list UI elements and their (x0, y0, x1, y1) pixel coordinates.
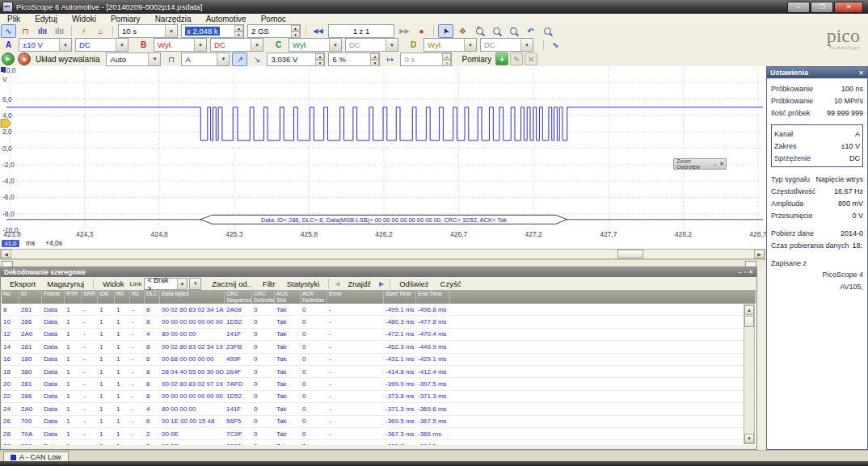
timebase-select[interactable]: 10 s▼ (118, 24, 178, 38)
channel-b-coupling-select[interactable]: DC▼ (210, 38, 263, 52)
column-header-ack-delimiter[interactable]: ACK Delimiter (301, 290, 327, 304)
zoom-in-icon[interactable]: + (472, 24, 487, 38)
table-row[interactable]: 26700Data1-11-600 1E 00 00 15 4856F50Tak… (2, 416, 756, 428)
spin-down-icon[interactable]: ▼ (370, 60, 379, 66)
falling-edge-icon[interactable]: ↘ (249, 52, 264, 66)
dropdown-icon[interactable]: ▼ (251, 39, 263, 51)
close-icon[interactable]: ✕ (748, 269, 753, 275)
sample-rate-spinner[interactable]: 2 GS ▲▼ (247, 24, 301, 38)
column-header-srr[interactable]: SRR (82, 290, 98, 304)
edit-measurement-icon[interactable]: ✎ (510, 52, 523, 65)
menu-item-plik[interactable]: Plik (0, 15, 27, 23)
start-from-button[interactable]: Zacznij od.. (206, 279, 257, 288)
dropdown-icon[interactable]: ▼ (177, 279, 188, 289)
next-buffer-icon[interactable]: ▶▶ (397, 24, 412, 38)
channel-a-button[interactable]: A (1, 38, 16, 52)
zoom-factor-badge[interactable]: x1,0 (2, 240, 19, 247)
zoom-overview-window[interactable]: Zoom Overview ▫ ✕ (673, 158, 727, 170)
column-header-no[interactable]: No (2, 290, 19, 304)
scroll-down-icon[interactable]: ▼ (744, 434, 754, 443)
scope-view-icon[interactable]: ∿ (1, 24, 16, 38)
minimize-icon[interactable]: – (739, 269, 742, 275)
maximize-button[interactable]: ❐ (811, 2, 833, 13)
spin-up-icon[interactable]: ▲ (234, 25, 243, 31)
spin-down-icon[interactable]: ▼ (315, 60, 324, 66)
spin-up-icon[interactable]: ▲ (291, 25, 300, 31)
zoom-out-icon[interactable]: − (506, 24, 521, 38)
spin-down-icon[interactable]: ▼ (291, 31, 300, 38)
trigger-level-spinner[interactable]: 3,036 V ▲▼ (267, 52, 325, 66)
dropdown-icon[interactable]: ▼ (520, 39, 533, 51)
channel-b-range-select[interactable]: Wył.▼ (154, 38, 207, 52)
table-row[interactable]: 16180Data1-11-600 68 00 00 00 00499F0Tak… (2, 354, 756, 366)
menu-item-pomoc[interactable]: Pomoc (254, 15, 293, 23)
channel-c-coupling-select[interactable]: DC▼ (345, 38, 398, 52)
spin-up-icon[interactable]: ▲ (315, 53, 324, 60)
spin-down-icon[interactable]: ▼ (234, 31, 243, 38)
find-prev-icon[interactable]: ◀ (332, 280, 342, 288)
table-row[interactable]: 242A0Data1-11-480 00 00 00141F0Tak0--371… (2, 403, 756, 415)
dropdown-icon[interactable]: ▼ (194, 39, 206, 51)
column-header-ide[interactable]: IDE (98, 290, 115, 304)
menu-item-edytuj[interactable]: Edytuj (27, 15, 65, 23)
find-button[interactable]: Znajdź (342, 279, 377, 288)
adv-trigger-icon[interactable]: ↦ (382, 52, 398, 66)
stop-button[interactable]: ■ (18, 52, 31, 65)
samples-spinner[interactable]: x 2,048 k ▲▼ (181, 24, 244, 38)
column-header-id[interactable]: ID (19, 290, 42, 304)
pointer-tool-icon[interactable]: ➤ (438, 24, 453, 38)
spin-down-icon[interactable]: ▼ (442, 60, 451, 66)
channel-a-coupling-select[interactable]: DC▼ (75, 38, 129, 52)
window-zoom-icon[interactable] (489, 24, 504, 38)
table-row[interactable]: 20281Data1-11-800 02 80 83 02 97 19 007A… (2, 378, 756, 390)
column-header-r0[interactable]: R0 (115, 290, 130, 304)
channel-d-button[interactable]: D (406, 38, 421, 52)
minimize-button[interactable]: – (787, 2, 810, 13)
add-link-button[interactable]: + (189, 278, 201, 290)
trigger-delay-spinner[interactable]: 0 s ▲▼ (400, 52, 452, 66)
buffer-position-field[interactable]: 1 z 1 (328, 24, 394, 38)
clear-button[interactable]: Czyść (435, 279, 467, 288)
table-row[interactable]: 14281Data1-11-800 02 80 83 02 34 19 0023… (2, 341, 756, 353)
rising-edge-icon[interactable]: ↗ (232, 52, 247, 66)
table-row[interactable]: 8281Data1-11-800 02 80 83 02 34 1A 002A0… (2, 304, 756, 316)
dropdown-icon[interactable]: ▼ (116, 39, 128, 51)
store-button[interactable]: Magazynuj (41, 279, 90, 288)
vertical-scrollbar[interactable]: ▲ ▼ (744, 304, 755, 444)
alarms-view-icon[interactable]: ılıı (52, 24, 67, 38)
dropdown-icon[interactable]: ▼ (464, 39, 476, 51)
menu-item-automotive[interactable]: Automotive (199, 15, 254, 23)
channel-b-button[interactable]: B (136, 38, 151, 52)
statistics-button[interactable]: Statystyki (281, 279, 326, 288)
add-measurement-icon[interactable]: + (495, 52, 508, 65)
zoom-full-icon[interactable] (540, 24, 555, 38)
channel-c-button[interactable]: C (271, 38, 286, 52)
channel-a-range-select[interactable]: ±10 V▼ (19, 38, 72, 52)
spectrum-view-icon[interactable]: ılıı (35, 24, 50, 38)
table-row[interactable]: 18380Data1-11-828 04 40 55 00 30 0D 0026… (2, 366, 756, 378)
buffer-overview-icon[interactable]: ● (414, 24, 429, 38)
scroll-left-icon[interactable]: ◀ (1, 250, 11, 258)
export-button[interactable]: Eksport (4, 279, 41, 288)
undo-zoom-icon[interactable]: ↶ (523, 24, 538, 38)
link-select[interactable]: < Brak >▼ (144, 278, 188, 290)
channel-d-coupling-select[interactable]: DC▼ (480, 38, 533, 52)
refresh-button[interactable]: Odśwież (394, 279, 434, 288)
menu-item-narzędzia[interactable]: Narzędzia (148, 15, 199, 23)
find-next-icon[interactable]: ▶ (377, 280, 386, 288)
prev-buffer-icon[interactable]: ◀◀ (310, 24, 326, 38)
dropdown-icon[interactable]: ▼ (329, 39, 341, 51)
scroll-right-icon[interactable]: ▶ (754, 250, 765, 258)
table-row[interactable]: 30708Data1-11-200 0E62670Tak0--365.7 ms-… (2, 440, 756, 445)
scrollbar-thumb[interactable] (744, 316, 754, 327)
channel-c-range-select[interactable]: Wył.▼ (289, 38, 342, 52)
dropdown-icon[interactable]: ▼ (148, 53, 160, 65)
trigger-source-select[interactable]: A▼ (181, 52, 230, 66)
channel-d-range-select[interactable]: Wył.▼ (423, 38, 477, 52)
column-header-start-time[interactable]: Start Time (384, 290, 416, 304)
column-header-dlc[interactable]: DLC (145, 290, 160, 304)
delete-measurement-icon[interactable]: ✕ (525, 52, 537, 65)
custom-probes-icon[interactable]: ∿ (548, 38, 563, 52)
menu-item-widoki[interactable]: Widoki (65, 15, 103, 23)
table-row[interactable]: 22286Data1-11-800 00 00 00 00 00 00 001D… (2, 391, 756, 403)
